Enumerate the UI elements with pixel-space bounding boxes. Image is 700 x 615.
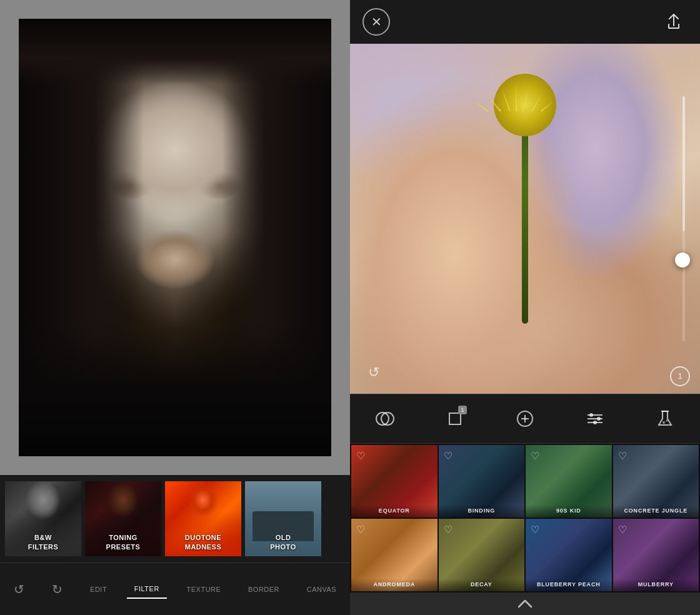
lab-tool-button[interactable] (649, 403, 681, 434)
svg-point-10 (597, 417, 601, 421)
intensity-slider-track (682, 96, 685, 341)
close-icon: ✕ (371, 14, 382, 29)
dandelion-head (488, 61, 562, 149)
edit-label: EDIT (90, 586, 107, 593)
filter-concrete-heart[interactable]: ♡ (618, 450, 627, 462)
preset-bw-filters[interactable]: B&WFILTERS (5, 481, 81, 556)
filter-mulberry[interactable]: ♡ MULBERRY (613, 519, 699, 591)
reset-button[interactable]: ↺ (362, 361, 385, 384)
undo-button[interactable]: ↺ (6, 578, 32, 601)
hair-bottom (19, 325, 331, 456)
filter-blueberry-heart[interactable]: ♡ (531, 524, 539, 536)
svg-point-14 (666, 420, 668, 422)
redo-button[interactable]: ↻ (44, 578, 71, 601)
photo-area (0, 0, 350, 475)
hair-top (19, 19, 331, 84)
adjust-icon (585, 410, 605, 428)
adjust-tool-button[interactable] (579, 403, 611, 434)
preset-bw-label: B&WFILTERS (5, 529, 81, 556)
dandelion-stem (522, 124, 528, 324)
filter-90skid[interactable]: ♡ 90S KID (526, 445, 612, 518)
edit-tab[interactable]: EDIT (82, 581, 114, 598)
dandelion-wisps (475, 61, 575, 111)
filter-concrete-jungle[interactable]: ♡ CONCRETE JUNGLE (613, 445, 699, 518)
image-preview: ↺ 1 (350, 44, 700, 394)
wisp-7 (541, 101, 554, 112)
wisp-3 (516, 83, 517, 111)
scroll-up-button[interactable] (350, 592, 700, 615)
close-button[interactable]: ✕ (362, 8, 390, 36)
filter-decay-heart[interactable]: ♡ (444, 524, 452, 536)
filter-equator-heart[interactable]: ♡ (356, 450, 365, 462)
svg-point-9 (589, 413, 593, 417)
tools-bar: 1 (350, 394, 700, 444)
preset-old-photo[interactable]: OLDPHOTO (245, 481, 321, 556)
dandelion-background (350, 44, 700, 394)
filter-equator-label: EQUATOR (351, 505, 438, 518)
wisp-6 (473, 101, 488, 112)
texture-label: TEXTURE (187, 586, 221, 593)
texture-tab[interactable]: TEXTURE (179, 581, 229, 598)
filter-blueberry-peach[interactable]: ♡ BLUEBERRY PEACH (526, 519, 612, 591)
filter-presets-strip: B&WFILTERS TONINGPRESETS DUOTONEMADNESS (0, 475, 350, 562)
slider-fill (682, 96, 685, 231)
canvas-tab[interactable]: CANVAS (299, 581, 344, 598)
filter-tab[interactable]: FILTER (127, 580, 167, 599)
filter-90skid-heart[interactable]: ♡ (531, 450, 539, 462)
wisp-4 (522, 88, 529, 111)
wisp-2 (501, 88, 511, 111)
layers-tool-button[interactable]: 1 (439, 403, 471, 434)
bottom-toolbar: ↺ ↻ EDIT FILTER TEXTURE BORDER CANVAS (0, 562, 350, 615)
filter-decay-label: DECAY (439, 579, 525, 591)
filter-binding-heart[interactable]: ♡ (444, 450, 452, 462)
preset-toning-label: TONINGPRESETS (85, 529, 161, 556)
filter-andromeda-heart[interactable]: ♡ (356, 524, 365, 536)
right-panel: ✕ (350, 0, 700, 615)
filter-decay[interactable]: ♡ DECAY (439, 519, 525, 591)
lab-icon (656, 409, 674, 429)
preset-duotone-madness[interactable]: DUOTONEMADNESS (165, 481, 241, 556)
intensity-badge[interactable]: 1 (670, 366, 690, 386)
intensity-slider-thumb[interactable] (675, 252, 690, 268)
preset-oldphoto-label: OLDPHOTO (245, 529, 321, 556)
filter-concrete-label: CONCRETE JUNGLE (613, 505, 699, 518)
blend-icon (375, 409, 395, 429)
filter-andromeda-label: ANDROMEDA (351, 579, 438, 591)
blend-tool-button[interactable] (369, 403, 401, 434)
filter-binding[interactable]: ♡ BINDING (439, 445, 525, 518)
add-tool-button[interactable] (509, 403, 541, 434)
filter-mulberry-heart[interactable]: ♡ (618, 524, 627, 536)
filter-mulberry-label: MULBERRY (613, 579, 699, 591)
preset-toning-presets[interactable]: TONINGPRESETS (85, 481, 161, 556)
filter-binding-label: BINDING (439, 505, 525, 518)
left-panel: B&WFILTERS TONINGPRESETS DUOTONEMADNESS (0, 0, 350, 615)
border-label: BORDER (248, 586, 279, 593)
wisp-5 (531, 94, 542, 112)
filter-90skid-label: 90S KID (526, 505, 612, 518)
filter-andromeda[interactable]: ♡ ANDROMEDA (351, 519, 438, 591)
share-icon (666, 13, 681, 31)
chevron-up-icon (518, 599, 532, 608)
filter-blueberry-label: BLUEBERRY PEACH (526, 579, 612, 591)
add-icon (515, 409, 535, 429)
filter-grid: ♡ EQUATOR ♡ BINDING ♡ 90S KID ♡ CONCRETE… (350, 444, 700, 592)
svg-point-13 (662, 421, 665, 424)
redo-icon: ↻ (52, 583, 63, 596)
svg-rect-2 (449, 413, 461, 424)
border-tab[interactable]: BORDER (241, 581, 287, 598)
portrait-photo (19, 19, 331, 456)
wisp-1 (486, 94, 501, 112)
intensity-value: 1 (678, 372, 682, 381)
share-button[interactable] (660, 8, 688, 36)
layers-badge: 1 (458, 406, 467, 414)
filter-label: FILTER (134, 585, 159, 592)
right-header: ✕ (350, 0, 700, 44)
preset-duotone-label: DUOTONEMADNESS (165, 529, 241, 556)
canvas-label: CANVAS (307, 586, 336, 593)
filter-equator[interactable]: ♡ EQUATOR (351, 445, 438, 518)
reset-icon: ↺ (368, 364, 379, 381)
undo-icon: ↺ (14, 583, 25, 596)
svg-point-11 (593, 421, 597, 424)
